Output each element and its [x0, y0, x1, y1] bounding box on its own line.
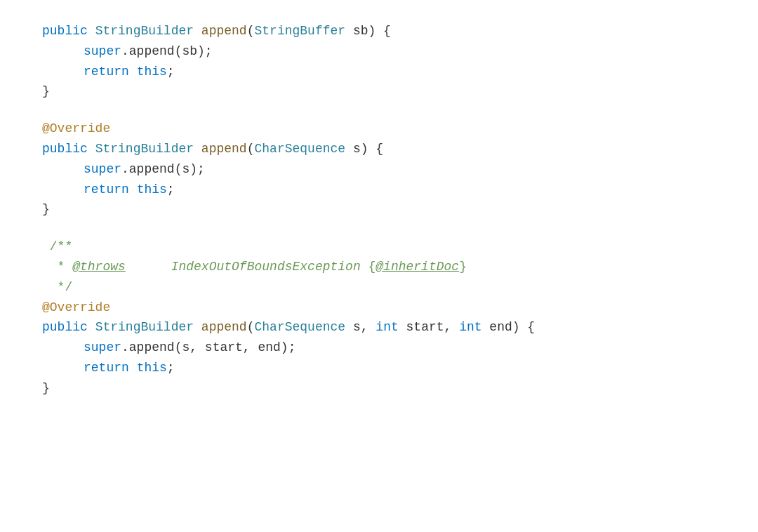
line-content: */ — [42, 277, 72, 298]
line-content: return this; — [84, 62, 175, 82]
code-token: s, — [345, 320, 375, 334]
code-token: return — [84, 65, 137, 79]
code-token: public — [42, 320, 95, 334]
code-line: @Override — [42, 298, 716, 318]
line-content: } — [42, 378, 50, 399]
code-token: super — [84, 44, 121, 58]
code-line: */ — [42, 277, 716, 298]
line-content: return this; — [84, 358, 175, 378]
code-token: start, — [399, 320, 459, 334]
code-token: .append(s, start, end); — [121, 340, 295, 354]
code-token: @Override — [42, 300, 110, 314]
line-content: public StringBuilder append(CharSequence… — [42, 317, 535, 338]
code-line: * @throws IndexOutOfBoundsException {@in… — [42, 257, 716, 277]
code-token: .append(s); — [121, 162, 205, 176]
code-token: * — [42, 260, 72, 274]
code-token: ( — [247, 320, 255, 334]
code-token: StringBuilder — [95, 320, 201, 334]
code-token: /** — [42, 239, 72, 253]
code-token: this — [137, 182, 167, 197]
code-line: public StringBuilder append(StringBuffer… — [42, 21, 716, 41]
code-token: } — [42, 84, 50, 98]
code-line: public StringBuilder append(CharSequence… — [42, 139, 716, 159]
code-line: return this; — [42, 180, 716, 200]
code-token: CharSequence — [254, 320, 345, 334]
code-token: return — [84, 182, 137, 197]
line-content: @Override — [42, 298, 110, 318]
code-token: .append(sb); — [121, 44, 213, 58]
code-token: super — [84, 162, 121, 176]
code-line: super.append(sb); — [42, 41, 716, 62]
code-token: public — [42, 24, 95, 38]
code-token: } — [42, 202, 50, 216]
code-line: } — [42, 81, 716, 102]
line-content: /** — [42, 237, 72, 257]
code-spacer — [42, 102, 716, 119]
code-token: ( — [247, 24, 255, 38]
code-token: @Override — [42, 121, 110, 135]
code-token: StringBuilder — [95, 24, 201, 38]
code-token: ; — [167, 65, 175, 79]
code-root: public StringBuilder append(StringBuffer… — [42, 21, 716, 399]
line-content: super.append(sb); — [84, 41, 213, 62]
code-token: this — [137, 65, 167, 79]
code-container: public StringBuilder append(StringBuffer… — [0, 0, 758, 532]
code-token: int — [375, 320, 398, 334]
code-token: end) { — [482, 320, 536, 334]
code-token: @throws — [72, 260, 126, 274]
line-content: public StringBuilder append(CharSequence… — [42, 139, 383, 159]
code-line: } — [42, 199, 716, 220]
code-line: return this; — [42, 62, 716, 82]
code-token: append — [201, 320, 247, 334]
code-token: { — [368, 260, 376, 274]
code-line: } — [42, 378, 716, 399]
code-token: } — [42, 381, 50, 395]
code-token: ; — [167, 182, 175, 197]
code-token: ( — [247, 142, 255, 156]
code-line: /** — [42, 237, 716, 257]
code-token: int — [459, 320, 481, 334]
code-token: StringBuffer — [254, 24, 345, 38]
code-token: append — [201, 24, 247, 38]
code-token: return — [84, 361, 137, 375]
code-token: super — [84, 340, 121, 354]
line-content: } — [42, 81, 50, 102]
code-token: */ — [42, 280, 72, 294]
code-token: sb) { — [345, 24, 391, 38]
code-token: @inheritDoc — [375, 260, 459, 274]
code-line: @Override — [42, 119, 716, 139]
code-token: append — [201, 142, 247, 156]
code-line: super.append(s); — [42, 159, 716, 180]
code-token: public — [42, 142, 95, 156]
code-token: ; — [167, 361, 175, 375]
line-content: super.append(s, start, end); — [84, 338, 295, 358]
code-token: IndexOutOfBoundsException — [126, 260, 368, 274]
code-token: s) { — [345, 142, 383, 156]
code-spacer — [42, 220, 716, 237]
code-line: public StringBuilder append(CharSequence… — [42, 317, 716, 338]
line-content: @Override — [42, 119, 110, 139]
code-line: super.append(s, start, end); — [42, 338, 716, 358]
code-token: CharSequence — [254, 142, 345, 156]
line-content: return this; — [84, 180, 175, 200]
line-content: * @throws IndexOutOfBoundsException {@in… — [42, 257, 467, 277]
line-content: } — [42, 199, 50, 220]
code-token: StringBuilder — [95, 142, 201, 156]
code-token: this — [137, 361, 167, 375]
code-line: return this; — [42, 358, 716, 378]
code-token: } — [459, 260, 467, 274]
line-content: public StringBuilder append(StringBuffer… — [42, 21, 391, 41]
line-content: super.append(s); — [84, 159, 205, 180]
